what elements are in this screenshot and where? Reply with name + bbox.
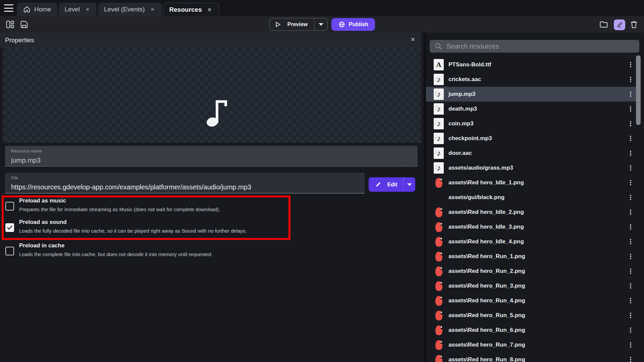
- file-icon: [434, 324, 444, 336]
- kebab-menu-icon[interactable]: [628, 136, 633, 142]
- search-input[interactable]: [446, 42, 639, 51]
- edit-button[interactable]: Edit: [369, 177, 415, 192]
- hamburger-menu-icon[interactable]: [4, 4, 13, 12]
- resource-list-item[interactable]: crickets.aac: [426, 72, 639, 87]
- kebab-menu-icon[interactable]: [628, 77, 633, 83]
- chevron-down-icon: [319, 23, 323, 26]
- resource-list-item[interactable]: assets\Red hero_Run_1.png: [426, 249, 639, 264]
- folder-icon[interactable]: [599, 20, 608, 29]
- tab-label: Level: [65, 6, 80, 13]
- kebab-menu-icon[interactable]: [628, 165, 633, 171]
- preview-label: Preview: [281, 21, 314, 27]
- option-description: Prepares the file for immediate streamin…: [19, 206, 366, 213]
- checkbox[interactable]: [5, 223, 14, 232]
- close-icon[interactable]: [409, 36, 417, 43]
- file-input[interactable]: [11, 183, 359, 191]
- properties-panel: Properties Resource name File Edit: [0, 33, 424, 362]
- scrollbar-thumb[interactable]: [636, 55, 641, 125]
- file-icon: [434, 221, 444, 233]
- resource-list-item[interactable]: jump.mp3: [426, 87, 639, 102]
- tab-home[interactable]: Home: [17, 3, 57, 16]
- resource-list-item[interactable]: door.aac: [426, 146, 639, 161]
- edit-mode-toggle[interactable]: [614, 19, 625, 30]
- kebab-menu-icon[interactable]: [628, 283, 633, 289]
- file-icon: [434, 236, 444, 247]
- kebab-menu-icon[interactable]: [628, 357, 633, 362]
- resource-list-item[interactable]: death.mp3: [426, 102, 639, 116]
- resource-list-item[interactable]: assets\Red hero_Run_4.png: [426, 293, 639, 308]
- resource-list-item[interactable]: assets\Red hero_Idle_4.png: [426, 234, 639, 249]
- file-icon: [434, 280, 444, 292]
- file-icon: [434, 118, 444, 129]
- tab-level[interactable]: Level: [59, 3, 97, 16]
- tab-resources[interactable]: Resources: [163, 3, 219, 16]
- kebab-menu-icon[interactable]: [628, 62, 633, 68]
- kebab-menu-icon[interactable]: [628, 92, 633, 98]
- file-icon: [434, 192, 444, 203]
- panels-layout-icon[interactable]: [5, 20, 15, 29]
- option-title: Preload as sound: [19, 219, 366, 226]
- resource-list-item[interactable]: assets/audio/grass.mp3: [426, 161, 639, 175]
- resource-name: assets/audio/grass.mp3: [448, 165, 513, 171]
- kebab-menu-icon[interactable]: [628, 254, 633, 260]
- resource-list-item[interactable]: checkpoint.mp3: [426, 131, 639, 146]
- tab-close-icon[interactable]: [85, 6, 91, 12]
- resource-list-item[interactable]: assets\Red hero_Idle_3.png: [426, 220, 639, 234]
- trash-icon[interactable]: [629, 20, 639, 29]
- resource-list-item[interactable]: assets\Red hero_Run_3.png: [426, 279, 639, 293]
- resource-list-item[interactable]: assets/gui/black.png: [426, 190, 639, 205]
- resource-list-item[interactable]: assets\Red hero_Idle_1.png: [426, 175, 639, 190]
- properties-header: Properties: [0, 33, 421, 48]
- globe-icon: [338, 21, 345, 28]
- kebab-menu-icon[interactable]: [628, 121, 633, 127]
- tab-close-icon[interactable]: [150, 6, 156, 12]
- publish-button[interactable]: Publish: [331, 18, 375, 31]
- tab-bar: Home Level Level (Events) Resources: [0, 0, 644, 16]
- search-bar[interactable]: [430, 40, 639, 53]
- resource-name-input[interactable]: [11, 157, 412, 164]
- resource-list-item[interactable]: assets\Red hero_Run_2.png: [426, 264, 639, 279]
- kebab-menu-icon[interactable]: [628, 180, 633, 186]
- kebab-menu-icon[interactable]: [628, 150, 633, 157]
- checkbox[interactable]: [5, 247, 14, 255]
- toolbar: Preview Publish: [0, 16, 644, 33]
- preview-dropdown-button[interactable]: [314, 18, 327, 31]
- kebab-menu-icon[interactable]: [628, 327, 633, 334]
- resource-list-item[interactable]: assets\Red hero_Run_7.png: [426, 338, 639, 352]
- file-field[interactable]: File: [5, 173, 365, 193]
- resource-list-item[interactable]: assets\Red hero_Run_5.png: [426, 308, 639, 323]
- kebab-menu-icon[interactable]: [628, 268, 633, 275]
- file-icon: [434, 147, 444, 159]
- kebab-menu-icon[interactable]: [628, 239, 633, 245]
- kebab-menu-icon[interactable]: [628, 106, 633, 112]
- resource-list-item[interactable]: assets\Red hero_Idle_2.png: [426, 205, 639, 220]
- gdevelop-window: Home Level Level (Events) Resources Prev…: [0, 0, 644, 362]
- kebab-menu-icon[interactable]: [628, 224, 633, 230]
- preview-button[interactable]: Preview: [269, 18, 328, 31]
- resource-name: checkpoint.mp3: [448, 135, 492, 142]
- resource-name: crickets.aac: [448, 76, 481, 83]
- tab-label: Level (Events): [104, 6, 145, 13]
- kebab-menu-icon[interactable]: [628, 298, 633, 304]
- kebab-menu-icon[interactable]: [628, 313, 633, 319]
- edit-dropdown-button[interactable]: [403, 177, 415, 192]
- resource-list-item[interactable]: assets\Red hero_Run_6.png: [426, 323, 639, 338]
- kebab-menu-icon[interactable]: [628, 342, 633, 348]
- tab-close-icon[interactable]: [207, 7, 213, 13]
- tab-level-events[interactable]: Level (Events): [98, 3, 161, 16]
- kebab-menu-icon[interactable]: [628, 209, 633, 216]
- resource-list-item[interactable]: PTSans-Bold.ttf: [426, 57, 639, 72]
- preload-option-row: Preload as sound Loads the fully decoded…: [0, 219, 366, 234]
- file-icon: [434, 295, 444, 306]
- play-icon: [275, 21, 281, 27]
- option-description: Loads the fully decoded file into cache,…: [19, 228, 366, 234]
- save-icon[interactable]: [19, 20, 29, 29]
- checkbox[interactable]: [5, 202, 14, 210]
- toolbar-divider: [611, 19, 611, 30]
- preload-option-row: Preload in cache Loads the complete file…: [0, 242, 366, 257]
- resource-list-item[interactable]: coin.mp3: [426, 116, 639, 131]
- resource-name-field[interactable]: Resource name: [5, 146, 418, 167]
- resource-name: assets\Red hero_Idle_3.png: [448, 224, 524, 230]
- resource-list-item[interactable]: assets\Red hero_Run_8.png: [426, 352, 639, 362]
- kebab-menu-icon[interactable]: [628, 195, 633, 201]
